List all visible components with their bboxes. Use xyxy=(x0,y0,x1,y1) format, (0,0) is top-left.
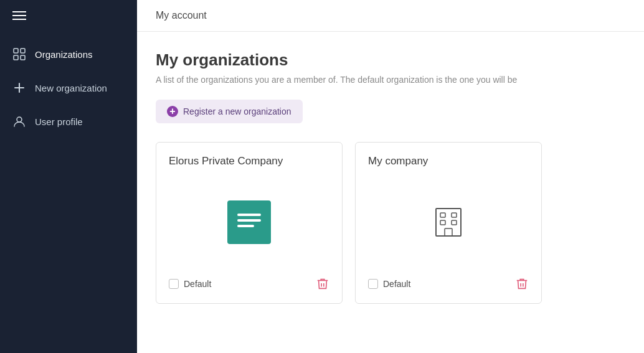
grid-icon xyxy=(12,47,26,61)
page-subtitle: A list of the organizations you are a me… xyxy=(156,75,625,85)
default-checkbox-elorus[interactable] xyxy=(169,279,179,289)
default-checkbox-mycompany[interactable] xyxy=(368,279,378,289)
org-card-elorus-footer: Default xyxy=(169,277,329,291)
default-label-elorus: Default xyxy=(184,279,211,289)
page-title: My organizations xyxy=(156,50,625,70)
svg-rect-3 xyxy=(21,55,25,60)
default-checkbox-wrap-mycompany: Default xyxy=(368,279,410,289)
org-card-mycompany-title: My company xyxy=(368,155,529,167)
top-bar: My account xyxy=(137,0,644,32)
plus-circle-icon: + xyxy=(167,106,178,117)
svg-rect-7 xyxy=(436,209,461,236)
svg-rect-0 xyxy=(14,49,18,53)
register-new-organization-button[interactable]: + Register a new organization xyxy=(156,100,303,123)
elorus-logo-bars xyxy=(237,214,261,231)
building-svg xyxy=(430,204,467,241)
top-bar-title: My account xyxy=(156,10,207,21)
sidebar-item-new-organization-label: New organization xyxy=(35,83,107,93)
svg-rect-11 xyxy=(452,220,457,225)
plus-icon xyxy=(12,81,26,95)
svg-rect-9 xyxy=(452,213,457,217)
org-card-elorus-logo xyxy=(169,180,329,265)
svg-point-6 xyxy=(17,117,22,122)
delete-button-mycompany[interactable] xyxy=(515,277,529,291)
sidebar: Organizations New organization User prof… xyxy=(0,0,137,353)
user-icon xyxy=(12,115,26,128)
register-button-label: Register a new organization xyxy=(183,106,291,116)
default-checkbox-wrap-elorus: Default xyxy=(169,279,211,289)
sidebar-item-organizations[interactable]: Organizations xyxy=(0,37,137,71)
svg-rect-2 xyxy=(14,55,18,60)
default-label-mycompany: Default xyxy=(383,279,410,289)
main-content: My account My organizations A list of th… xyxy=(137,0,644,353)
sidebar-item-organizations-label: Organizations xyxy=(35,49,93,60)
delete-button-elorus[interactable] xyxy=(316,277,329,291)
org-card-mycompany-footer: Default xyxy=(368,277,529,291)
svg-rect-1 xyxy=(21,49,25,53)
sidebar-item-new-organization[interactable]: New organization xyxy=(0,71,137,105)
org-card-mycompany-logo xyxy=(368,180,529,265)
org-card-elorus: Elorus Private Company Default xyxy=(156,142,343,304)
elorus-bar-2 xyxy=(237,219,261,222)
svg-rect-8 xyxy=(440,213,445,217)
org-card-mycompany: My company xyxy=(355,142,542,304)
svg-rect-12 xyxy=(445,228,452,236)
elorus-bar-3 xyxy=(237,225,254,227)
elorus-logo-image xyxy=(227,200,271,244)
svg-rect-10 xyxy=(440,220,445,225)
org-card-elorus-title: Elorus Private Company xyxy=(169,155,329,167)
elorus-bar-1 xyxy=(237,214,261,216)
content-area: My organizations A list of the organizat… xyxy=(137,32,644,353)
sidebar-item-user-profile[interactable]: User profile xyxy=(0,105,137,138)
sidebar-item-user-profile-label: User profile xyxy=(35,116,83,127)
hamburger-menu-icon[interactable] xyxy=(12,11,26,20)
sidebar-nav: Organizations New organization User prof… xyxy=(0,31,137,138)
organizations-list: Elorus Private Company Default xyxy=(156,142,625,304)
sidebar-header xyxy=(0,0,137,31)
